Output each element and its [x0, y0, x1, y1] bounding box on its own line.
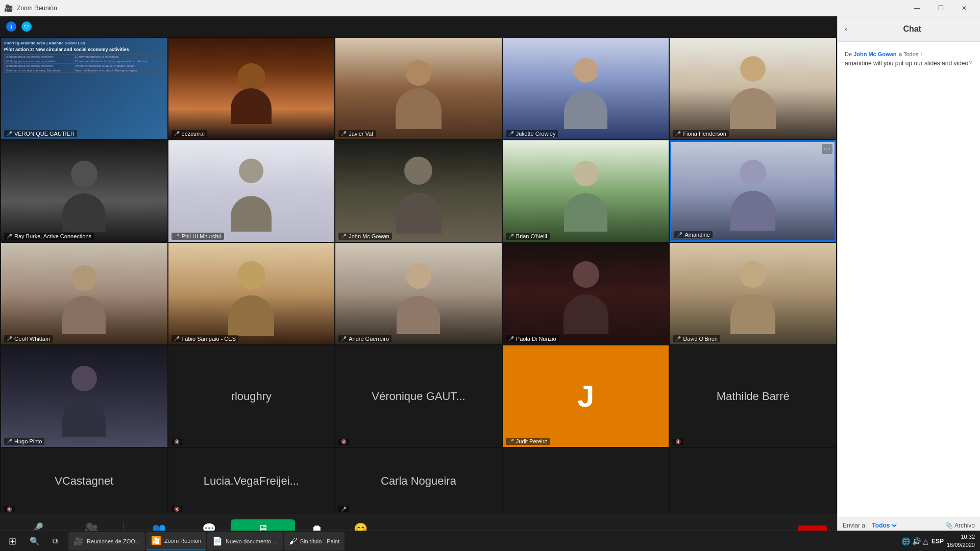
- participant-cell-amandine: ··· 🎤 Amandine: [670, 140, 836, 242]
- participant-name-phil: 🎤 Phil Uí Mhurchú: [172, 233, 224, 240]
- participant-cell-carla: Carla Nogueira 🎤: [335, 448, 502, 514]
- zoom-shield-icon[interactable]: 🛡: [21, 21, 32, 32]
- chat-send-to: Enviar a: Todos 📎 Archivo: [843, 521, 975, 530]
- participant-cell-paola: 🎤 Paola Di Nunzio: [503, 243, 669, 344]
- chat-message-header: De John Mc Gowan a Todos :: [845, 49, 973, 58]
- send-to-label: Enviar a:: [843, 522, 867, 529]
- chat-back-button[interactable]: ‹: [845, 24, 847, 34]
- mic-icon-paola: 🎤: [508, 336, 514, 341]
- chat-message-text: amandine will you put up our slides and …: [845, 59, 973, 68]
- muted-icon-lucia: 🔇: [174, 507, 180, 512]
- taskbar-app-zoom-meetings[interactable]: 🎥 Reuniones de ZOO...: [68, 532, 145, 550]
- participant-cell-ray: 🎤 Ray Burke, Active Connections: [1, 140, 167, 242]
- titlebar: 🎥 Zoom Reunión — ❐ ✕: [0, 0, 980, 16]
- participant-cell-eezcurrai: 🎤 eezcurrai: [168, 38, 335, 139]
- slide-content: Interreg Atlantic Area | Atlantic Social…: [1, 38, 167, 139]
- participant-cell-fiona: 🎤 Fiona Henderson: [670, 38, 836, 139]
- participant-name-display-rloughry: rloughry: [231, 390, 272, 403]
- nuevo-doc-icon: 📄: [212, 536, 223, 546]
- participant-name-lucia: 🔇: [172, 506, 182, 512]
- slide-logo: Interreg Atlantic Area | Atlantic Social…: [4, 41, 164, 45]
- participant-name-display-lucia: Lucia.VegaFreijei...: [204, 474, 299, 488]
- taskbar-app-paint[interactable]: 🖌 Sin título - Paint: [284, 532, 345, 550]
- participant-name-brian: 🎤 Brian O'Neill: [506, 233, 550, 240]
- avatar-judit: J: [577, 379, 594, 414]
- video-grid: Interreg Atlantic Area | Atlantic Social…: [0, 37, 837, 448]
- participant-name-display-vcastagnet: VCastagnet: [55, 474, 113, 488]
- chat-from-label: De: [845, 51, 853, 57]
- taskbar-app-nuevo-doc[interactable]: 📄 Nuevo documento ...: [207, 532, 283, 550]
- participant-name-rloughry: 🔇: [172, 439, 182, 445]
- paint-label: Sin título - Paint: [300, 538, 340, 544]
- participant-name-david: 🎤 David O'Brien: [673, 335, 720, 342]
- chat-to-label: a: [899, 51, 903, 57]
- participant-cell-andre: 🎤 André Guerreiro: [335, 243, 502, 344]
- chat-colon: :: [921, 51, 922, 57]
- mic-icon-javier: 🎤: [341, 131, 347, 136]
- zoom-info-icon[interactable]: ℹ: [6, 21, 16, 32]
- zoom-meetings-icon: 🎥: [74, 536, 84, 546]
- mic-icon-brian: 🎤: [508, 234, 514, 239]
- start-button[interactable]: ⊞: [0, 531, 24, 552]
- mic-icon-eezcurrai: 🎤: [174, 131, 180, 136]
- close-button[interactable]: ✕: [952, 0, 976, 16]
- titlebar-left: 🎥 Zoom Reunión: [4, 4, 57, 12]
- participant-name-javier: 🎤 Javier Val: [338, 130, 375, 137]
- participant-name-john: 🎤 John Mc Gowan: [338, 233, 391, 240]
- participant-name-andre: 🎤 André Guerreiro: [338, 335, 391, 342]
- zoom-meetings-label: Reuniones de ZOO...: [87, 538, 140, 544]
- chat-message-1: De John Mc Gowan a Todos : amandine will…: [845, 49, 973, 68]
- mic-icon: 🎤: [7, 131, 12, 136]
- slide-table: Working group on circular economy10 new …: [4, 54, 164, 73]
- send-to-select[interactable]: Todos: [870, 521, 898, 530]
- taskbar-app-zoom-reunion[interactable]: 🎦 Zoom Reunión: [146, 532, 206, 550]
- search-button[interactable]: 🔍: [24, 531, 45, 552]
- participant-cell-lucia: Lucia.VegaFreijei... 🔇: [168, 448, 335, 514]
- participant-name-paola: 🎤 Paola Di Nunzio: [506, 335, 559, 342]
- mic-icon-fabio: 🎤: [174, 336, 180, 341]
- paint-icon: 🖌: [289, 537, 297, 546]
- participant-name-display-mathilde: Mathilde Barré: [717, 390, 790, 403]
- participant-cell-phil: 🎤 Phil Uí Mhurchú: [168, 140, 335, 242]
- taskbar: ⊞ 🔍 ⧉ 🎥 Reuniones de ZOO... 🎦 Zoom Reuni…: [0, 531, 980, 551]
- titlebar-controls: — ❐ ✕: [905, 0, 976, 16]
- mic-icon-ray: 🎤: [7, 234, 12, 239]
- participant-cell-geoff: 🎤 Geoff Whittam: [1, 243, 167, 344]
- task-view-button[interactable]: ⧉: [45, 531, 65, 552]
- taskbar-apps: 🎥 Reuniones de ZOO... 🎦 Zoom Reunión 📄 N…: [65, 532, 348, 550]
- zoom-reunion-label: Zoom Reunión: [164, 538, 201, 544]
- video-area: ℹ 🛡 Interreg Atlantic Area | Atlantic So…: [0, 16, 837, 551]
- participant-cell-brian: 🎤 Brian O'Neill: [503, 140, 669, 242]
- options-button-amandine[interactable]: ···: [822, 144, 832, 154]
- main-container: ℹ 🛡 Interreg Atlantic Area | Atlantic So…: [0, 16, 980, 551]
- zoom-reunion-icon: 🎦: [151, 536, 161, 545]
- chat-recipient: Todos: [903, 51, 918, 57]
- participant-cell-john: 🎤 John Mc Gowan: [335, 140, 502, 242]
- participant-name-hugo: 🎤 Hugo Pinto: [4, 438, 44, 445]
- participant-name-display-carla: Carla Nogueira: [381, 474, 456, 488]
- archivo-button[interactable]: 📎 Archivo: [945, 522, 975, 529]
- participant-name-fabio: 🎤 Fábio Sampaio - CES: [172, 335, 238, 342]
- muted-icon-rloughry: 🔇: [174, 439, 180, 444]
- participant-cell-rloughry: rloughry 🔇: [168, 345, 335, 447]
- participant-name-veronique: 🎤 VERONIQUE GAUTIER: [4, 130, 77, 137]
- mic-icon-judit: 🎤: [508, 439, 514, 444]
- empty-cell-1: [503, 448, 669, 514]
- maximize-button[interactable]: ❐: [929, 0, 952, 16]
- minimize-button[interactable]: —: [905, 0, 929, 16]
- participant-name-geoff: 🎤 Geoff Whittam: [4, 335, 53, 342]
- chat-panel: ‹ Chat De John Mc Gowan a Todos : amandi…: [837, 16, 980, 551]
- participant-cell-hugo: 🎤 Hugo Pinto: [1, 345, 167, 447]
- muted-icon-vcastagnet: 🔇: [7, 507, 12, 512]
- participant-name-mathilde: 🔇: [673, 439, 683, 445]
- empty-cell-2: [670, 448, 836, 514]
- battery-icon: △: [923, 537, 928, 545]
- chat-header: ‹ Chat: [838, 16, 980, 42]
- volume-icon[interactable]: 🔊: [912, 537, 921, 545]
- archivo-icon: 📎: [945, 522, 953, 529]
- slide-title: Pilot action 2: New circular and social …: [4, 47, 164, 52]
- participant-cell-veronique2: Véronique GAUT... 🔇: [335, 345, 502, 447]
- network-icon[interactable]: 🌐: [901, 537, 910, 545]
- zoom-app-icon: 🎥: [4, 4, 13, 12]
- participant-name-juliette: 🎤 Juliette Crowley: [506, 130, 558, 137]
